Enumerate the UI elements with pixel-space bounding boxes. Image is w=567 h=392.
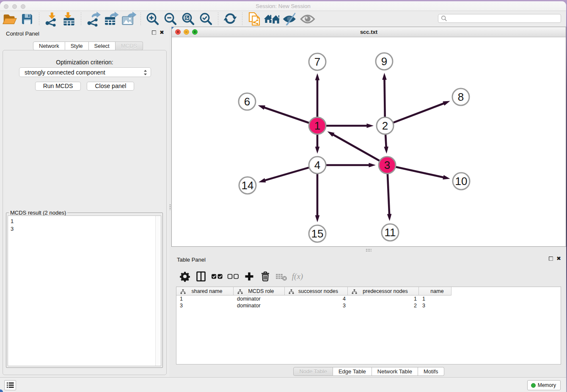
import-network-icon bbox=[45, 13, 58, 25]
zoom-out-icon bbox=[164, 13, 177, 25]
import-network-button[interactable] bbox=[42, 12, 60, 26]
unselect-all-columns-button[interactable] bbox=[225, 269, 241, 284]
edge-4-14[interactable] bbox=[264, 166, 316, 180]
table-options-button[interactable] bbox=[177, 269, 193, 284]
table-cell[interactable]: 4 bbox=[285, 295, 348, 302]
table-cell[interactable]: 3 bbox=[419, 302, 451, 309]
tree-icon bbox=[237, 289, 243, 295]
edge-arrow-1-7 bbox=[315, 73, 320, 80]
delete-columns-button[interactable] bbox=[257, 269, 273, 284]
search-box bbox=[438, 14, 561, 23]
import-table-icon bbox=[63, 13, 75, 25]
mcds-result-item[interactable]: 3 bbox=[11, 225, 161, 233]
save-session-button[interactable] bbox=[18, 12, 36, 26]
edge-1-6[interactable] bbox=[264, 107, 316, 125]
close-table-panel-icon[interactable]: ✖ bbox=[556, 257, 561, 261]
edge-3-10[interactable] bbox=[389, 166, 444, 177]
edge-arrow-3-1 bbox=[328, 131, 335, 137]
export-table-button[interactable] bbox=[102, 12, 120, 26]
apply-layout-button[interactable] bbox=[221, 12, 239, 26]
control-tab-style[interactable]: Style bbox=[65, 41, 89, 50]
function-icon: f(x) bbox=[292, 272, 303, 281]
edge-3-1[interactable] bbox=[333, 134, 385, 164]
memory-button[interactable]: Memory bbox=[527, 380, 561, 390]
checkbox-on-icon bbox=[211, 271, 223, 282]
search-icon bbox=[441, 15, 447, 22]
control-panel-tabs: NetworkStyleSelectMCDS bbox=[33, 41, 143, 50]
result-scrollbar[interactable] bbox=[155, 216, 161, 366]
zoom-selected-button[interactable] bbox=[197, 12, 215, 26]
open-session-button[interactable] bbox=[0, 12, 18, 26]
edge-arrow-2-8 bbox=[443, 101, 450, 106]
float-panel-icon[interactable] bbox=[152, 30, 156, 35]
control-tab-mcds[interactable]: MCDS bbox=[116, 41, 143, 50]
mcds-result-list[interactable]: 13 bbox=[8, 215, 161, 366]
hide-selected-button[interactable] bbox=[281, 12, 299, 26]
tree-icon bbox=[352, 289, 357, 295]
export-image-icon bbox=[122, 13, 135, 25]
control-tab-select[interactable]: Select bbox=[89, 41, 116, 50]
first-neighbors-button[interactable] bbox=[263, 12, 281, 26]
refresh-icon bbox=[224, 13, 237, 25]
table-tab-motifs[interactable]: Motifs bbox=[418, 367, 444, 376]
search-input[interactable] bbox=[447, 15, 561, 22]
table-cell[interactable]: 3 bbox=[285, 302, 348, 309]
select-all-columns-button[interactable] bbox=[209, 269, 225, 284]
mcds-panel: Optimization criterion: strongly connect… bbox=[3, 50, 167, 375]
new-network-from-selection-button[interactable] bbox=[245, 12, 263, 26]
table-row[interactable]: 1dominator411 bbox=[176, 295, 561, 302]
node-label-15: 15 bbox=[311, 227, 324, 240]
table-cell[interactable]: 1 bbox=[419, 295, 451, 302]
table-cell[interactable]: 3 bbox=[176, 302, 234, 309]
run-mcds-button[interactable]: Run MCDS bbox=[35, 82, 81, 91]
table-panel-title: Table Panel bbox=[177, 257, 206, 263]
node-label-3: 3 bbox=[384, 159, 390, 171]
memory-status-icon bbox=[531, 383, 536, 388]
table-cell[interactable]: 1 bbox=[348, 295, 419, 302]
mcds-result-box: MCDS result (2 nodes) 13 bbox=[6, 213, 163, 368]
control-tab-network[interactable]: Network bbox=[33, 41, 65, 50]
export-table-icon bbox=[105, 13, 118, 25]
network-view-window: × − + scc.txt 1234678910111415 bbox=[171, 27, 566, 247]
edge-arrow-1-2 bbox=[367, 124, 374, 128]
export-network-button[interactable] bbox=[84, 12, 102, 26]
close-panel-button[interactable]: Close panel bbox=[87, 82, 134, 91]
column-header-MCDS-role[interactable]: MCDS role bbox=[234, 287, 285, 295]
dropdown-arrows-icon bbox=[143, 69, 148, 76]
import-table-button[interactable] bbox=[60, 12, 78, 26]
show-all-button[interactable] bbox=[299, 12, 317, 26]
horizontal-splitter[interactable] bbox=[171, 247, 566, 253]
zoom-fit-button[interactable] bbox=[179, 12, 197, 26]
table-tab-edge-table[interactable]: Edge Table bbox=[333, 367, 372, 376]
close-panel-icon[interactable]: ✖ bbox=[160, 30, 164, 35]
node-label-4: 4 bbox=[314, 159, 320, 171]
task-history-button[interactable] bbox=[4, 380, 16, 390]
zoom-in-button[interactable] bbox=[144, 12, 162, 26]
node-label-2: 2 bbox=[382, 119, 388, 132]
node-label-7: 7 bbox=[314, 55, 320, 68]
create-column-button[interactable] bbox=[241, 269, 257, 284]
column-header-successor-nodes[interactable]: successor nodes bbox=[285, 287, 348, 295]
export-image-button[interactable] bbox=[120, 12, 138, 26]
table-cell[interactable]: 1 bbox=[176, 295, 234, 302]
plus-icon bbox=[244, 271, 255, 282]
table-cell[interactable]: 2 bbox=[348, 302, 419, 309]
optimization-criterion-select[interactable]: strongly connected component bbox=[19, 67, 151, 77]
network-window-titlebar: × − + scc.txt bbox=[172, 27, 566, 37]
open-folder-icon bbox=[3, 13, 16, 25]
table-tab-node-table[interactable]: Node Table bbox=[293, 367, 333, 376]
table-row[interactable]: 3dominator323 bbox=[176, 302, 561, 309]
table-cell[interactable]: dominator bbox=[234, 295, 285, 302]
edge-2-8[interactable] bbox=[387, 103, 444, 125]
mcds-result-item[interactable]: 1 bbox=[11, 218, 161, 225]
column-header-shared-name[interactable]: shared name bbox=[176, 287, 234, 295]
column-header-predecessor-nodes[interactable]: predecessor nodes bbox=[348, 287, 419, 295]
column-header-name[interactable]: name bbox=[419, 287, 451, 295]
network-canvas[interactable]: 1234678910111415 bbox=[172, 37, 566, 246]
show-columns-button[interactable] bbox=[193, 269, 209, 284]
table-tab-network-table[interactable]: Network Table bbox=[372, 367, 418, 376]
horizontal-splitter-grip[interactable] bbox=[366, 248, 372, 251]
float-table-panel-icon[interactable] bbox=[549, 257, 553, 261]
zoom-out-button[interactable] bbox=[162, 12, 179, 26]
table-cell[interactable]: dominator bbox=[234, 302, 285, 309]
